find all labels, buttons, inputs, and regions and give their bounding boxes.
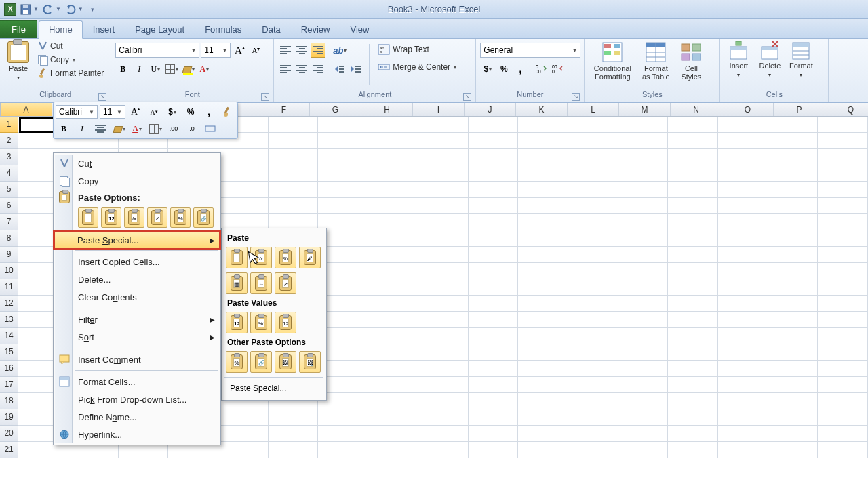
cell[interactable] bbox=[768, 312, 818, 328]
row-header-2[interactable]: 2 bbox=[0, 133, 18, 149]
row-header-6[interactable]: 6 bbox=[0, 198, 18, 214]
cell[interactable] bbox=[718, 133, 768, 149]
cell[interactable] bbox=[418, 263, 469, 279]
cell[interactable] bbox=[518, 361, 568, 377]
cell[interactable] bbox=[718, 296, 768, 312]
tab-formulas[interactable]: Formulas bbox=[195, 20, 252, 38]
cell[interactable] bbox=[618, 393, 669, 409]
cell-styles-button[interactable]: Cell Styles bbox=[675, 40, 707, 82]
mini-borders[interactable]: ▾ bbox=[147, 121, 163, 136]
ctx-delete[interactable]: Delete... bbox=[55, 270, 219, 288]
cell[interactable] bbox=[469, 149, 519, 165]
cell[interactable] bbox=[518, 149, 568, 165]
column-header-L[interactable]: L bbox=[568, 103, 619, 116]
cell[interactable] bbox=[318, 426, 368, 442]
mini-fill-color[interactable]: ▾ bbox=[111, 121, 127, 136]
cell[interactable] bbox=[368, 214, 418, 230]
cut-button[interactable]: Cut bbox=[35, 40, 106, 52]
mini-shrink-font[interactable]: A▾ bbox=[146, 104, 162, 119]
cell[interactable] bbox=[768, 393, 818, 409]
cell[interactable] bbox=[768, 442, 818, 458]
cell[interactable] bbox=[618, 377, 669, 393]
cell[interactable] bbox=[618, 279, 669, 296]
sub-values[interactable]: 123 bbox=[226, 312, 248, 333]
decrease-indent-button[interactable] bbox=[332, 62, 347, 77]
cell[interactable] bbox=[618, 312, 669, 328]
copy-button[interactable]: Copy ▾ bbox=[35, 54, 106, 66]
cell[interactable] bbox=[368, 165, 418, 182]
cell[interactable] bbox=[568, 165, 618, 182]
cell[interactable] bbox=[818, 279, 868, 296]
cell[interactable] bbox=[718, 426, 768, 442]
row-header-13[interactable]: 13 bbox=[0, 312, 18, 328]
cell[interactable] bbox=[568, 230, 618, 247]
cell[interactable] bbox=[518, 442, 568, 458]
cell[interactable] bbox=[469, 279, 519, 296]
cell[interactable] bbox=[368, 328, 418, 344]
cell[interactable] bbox=[718, 279, 768, 296]
mini-dec-decimal[interactable]: .0 bbox=[184, 121, 200, 136]
cell[interactable] bbox=[518, 214, 568, 230]
cell[interactable] bbox=[518, 393, 568, 409]
cell[interactable] bbox=[469, 426, 519, 442]
align-top-button[interactable] bbox=[278, 43, 293, 58]
cell[interactable] bbox=[768, 361, 818, 377]
cell[interactable] bbox=[269, 165, 319, 182]
mini-merge[interactable] bbox=[202, 121, 218, 136]
merge-center-button[interactable]: Merge & Center ▾ bbox=[375, 60, 459, 74]
cell[interactable] bbox=[568, 296, 618, 312]
cell[interactable] bbox=[418, 214, 469, 230]
cell[interactable] bbox=[618, 230, 669, 247]
ctx-sort[interactable]: Sort▶ bbox=[55, 328, 219, 346]
cell[interactable] bbox=[568, 133, 618, 149]
cell[interactable] bbox=[718, 361, 768, 377]
tab-insert[interactable]: Insert bbox=[83, 20, 125, 38]
ctx-cut[interactable]: Cut bbox=[55, 155, 219, 172]
cell[interactable] bbox=[718, 149, 768, 165]
cell[interactable] bbox=[368, 344, 418, 361]
cell[interactable] bbox=[618, 328, 669, 344]
cell[interactable] bbox=[269, 117, 319, 133]
cell[interactable] bbox=[568, 312, 618, 328]
cell[interactable] bbox=[668, 149, 718, 165]
cell[interactable] bbox=[418, 377, 469, 393]
cell[interactable] bbox=[768, 426, 818, 442]
tab-view[interactable]: View bbox=[340, 20, 379, 38]
mini-comma[interactable]: , bbox=[201, 104, 217, 119]
cell[interactable] bbox=[418, 182, 469, 198]
cell[interactable] bbox=[668, 328, 718, 344]
cell[interactable] bbox=[618, 214, 669, 230]
cell[interactable] bbox=[469, 117, 519, 133]
ctx-copy[interactable]: Copy bbox=[55, 172, 219, 190]
cell[interactable] bbox=[469, 165, 519, 182]
cell[interactable] bbox=[668, 361, 718, 377]
row-header-11[interactable]: 11 bbox=[0, 279, 18, 296]
sub-keep-source-fmt[interactable]: 🖌 bbox=[299, 247, 321, 268]
cell[interactable] bbox=[668, 182, 718, 198]
cell[interactable] bbox=[368, 377, 418, 393]
cell[interactable] bbox=[618, 296, 669, 312]
cell[interactable] bbox=[469, 133, 519, 149]
cell[interactable] bbox=[818, 328, 868, 344]
qat-undo-button[interactable] bbox=[41, 3, 55, 16]
cell[interactable] bbox=[318, 117, 368, 133]
cell[interactable] bbox=[668, 247, 718, 263]
cell[interactable] bbox=[469, 182, 519, 198]
ctx-hyperlink[interactable]: Hyperlink... bbox=[55, 426, 219, 443]
paste-button[interactable]: Paste▾ bbox=[4, 40, 33, 83]
cell[interactable] bbox=[318, 165, 368, 182]
cell[interactable] bbox=[418, 426, 469, 442]
cell[interactable] bbox=[768, 247, 818, 263]
row-header-1[interactable]: 1 bbox=[0, 117, 18, 133]
cell[interactable] bbox=[718, 247, 768, 263]
cell[interactable] bbox=[469, 409, 519, 426]
cell[interactable] bbox=[469, 247, 519, 263]
cell[interactable] bbox=[469, 393, 519, 409]
cell[interactable] bbox=[768, 263, 818, 279]
cell[interactable] bbox=[469, 263, 519, 279]
cell[interactable] bbox=[768, 117, 818, 133]
cell[interactable] bbox=[818, 312, 868, 328]
accounting-format-button[interactable]: $▾ bbox=[480, 62, 495, 77]
cell[interactable] bbox=[768, 149, 818, 165]
cell[interactable] bbox=[768, 328, 818, 344]
